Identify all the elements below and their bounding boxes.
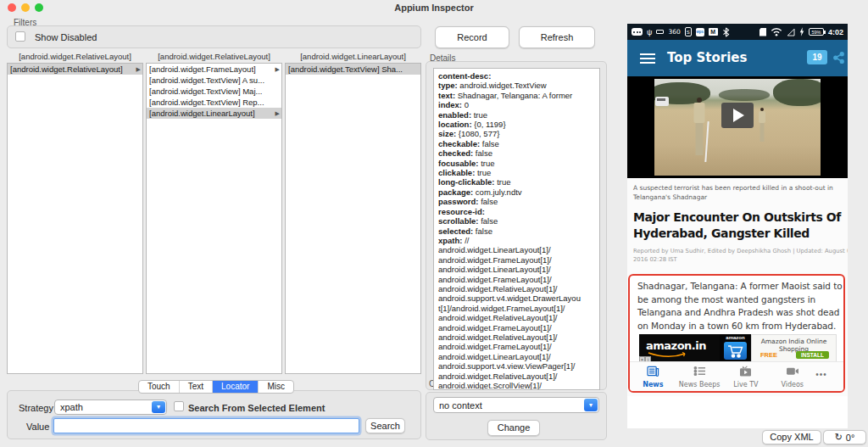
- attribute-name: checked: [438, 148, 476, 158]
- video-thumbnail[interactable]: [627, 76, 848, 178]
- tree-node[interactable]: [android.widget.RelativeLayout] ▶: [8, 64, 142, 75]
- attribute-name: enabled: [438, 110, 474, 120]
- signal-triangle-icon: [787, 28, 795, 36]
- attribute-row: resource-id: [438, 207, 598, 216]
- article-line: on Monday in a town 60 km from Hyderabad…: [637, 320, 843, 333]
- more-tabs-icon[interactable]: •••: [815, 362, 843, 391]
- tree-node[interactable]: [android.widget.TextView] A su... ▶: [147, 75, 281, 86]
- xpath-line: android.widget.RelativeLayout[1]/: [438, 332, 598, 342]
- strategy-label: Strategy: [19, 403, 53, 413]
- tree-node[interactable]: [android.widget.FrameLayout] ▶: [147, 64, 281, 75]
- mobile-data-icon: [656, 30, 664, 34]
- tree-node-label: [android.widget.TextView] Sha...: [288, 64, 403, 74]
- strategy-select[interactable]: xpath ▾: [54, 400, 167, 415]
- tree-node-label: [android.widget.TextView] Maj...: [149, 87, 262, 96]
- window-title: Appium Inspector: [0, 3, 868, 13]
- xpath-line: android.widget.FrameLayout[1]/: [438, 275, 598, 284]
- inspector-tab-label: Touch: [147, 382, 170, 391]
- attribute-row: long-clickabletrue: [438, 177, 598, 187]
- play-button-icon[interactable]: [721, 103, 754, 128]
- attribute-value: false: [476, 226, 492, 236]
- ndtv-tab-bar: News News Beeps Live TV Videos •••: [630, 361, 843, 391]
- show-disabled-checkbox[interactable]: [15, 31, 25, 42]
- attribute-value: {0, 1199}: [474, 120, 505, 129]
- inspector-tab[interactable]: Text: [179, 381, 212, 393]
- device-status-bar: ψ 360 S wps M 59% 4:02: [627, 24, 848, 40]
- tree-node[interactable]: [android.widget.TextView] Sha... ▶: [286, 64, 420, 75]
- xpath-line: android.widget.RelativeLayout[1]/: [438, 284, 598, 293]
- attribute-value: 0: [465, 100, 469, 109]
- refresh-button[interactable]: Refresh: [519, 26, 595, 48]
- xpath-line: t[1]/android.widget.FrameLayout[1]/: [438, 304, 598, 313]
- tree-node[interactable]: [android.widget.TextView] Rep... ▶: [147, 97, 281, 108]
- device-screenshot[interactable]: ψ 360 S wps M 59% 4:02 Top Stories 19: [627, 24, 848, 428]
- attribute-row: clickabletrue: [438, 168, 598, 177]
- install-button[interactable]: INSTALL: [796, 351, 829, 359]
- attribute-value: false: [476, 148, 492, 158]
- selected-element-highlight[interactable]: Shadnagar, Telangana: A former Maoist sa…: [628, 274, 845, 393]
- tree-node-label: [android.widget.RelativeLayout]: [10, 64, 123, 74]
- tab-videos[interactable]: Videos: [769, 362, 815, 391]
- sim-card-icon: [760, 28, 766, 36]
- attribute-name: index: [438, 100, 465, 109]
- record-button[interactable]: Record: [435, 26, 509, 48]
- video-frame: [654, 79, 821, 176]
- search-button[interactable]: Search: [365, 418, 405, 433]
- context-select[interactable]: no context ▾: [433, 397, 599, 413]
- caption-line: A suspected terrorist has been reported …: [633, 183, 848, 193]
- change-context-button[interactable]: Change: [487, 420, 540, 436]
- ad-text-panel: Amazon India Online Shopping FREE INSTAL…: [751, 334, 837, 362]
- inspector-tab[interactable]: Misc: [258, 381, 293, 393]
- tree-node-label: [android.widget.TextView] Rep...: [149, 98, 264, 107]
- byline-line: Reported by Uma Sudhir, Edited by Deepsh…: [633, 248, 848, 256]
- title-bar: Appium Inspector: [0, 0, 868, 15]
- search-from-selected-label: Search From Selected Element: [188, 403, 325, 413]
- tree-node-label: [android.widget.TextView] A su...: [149, 75, 264, 85]
- tab-live-tv[interactable]: Live TV: [723, 362, 770, 391]
- appium-inspector-window: Appium Inspector Filters Show Disabled […: [0, 0, 868, 447]
- appbar-title: Top Stories: [667, 50, 747, 65]
- attribute-name: text: [438, 91, 458, 100]
- app-360-icon: 360: [668, 28, 680, 36]
- tab-news[interactable]: News: [630, 362, 676, 391]
- xpath-line: android.widget.RelativeLayout[1]/: [438, 372, 598, 381]
- attribute-value: Shadnagar, Telangana: A former: [458, 91, 573, 100]
- column3-header: [android.widget.LinearLayout]: [285, 52, 421, 62]
- rotate-device-button[interactable]: ↻ 0°: [823, 430, 866, 444]
- xpath-line: android.support.v4.view.ViewPager[1]/: [438, 361, 598, 371]
- inspector-tab-label: Locator: [221, 382, 249, 391]
- caption-line: Telangana's Shadnagar: [633, 193, 848, 202]
- attribute-value: //: [465, 236, 469, 245]
- locator-value-input[interactable]: [53, 418, 359, 433]
- copy-xml-button[interactable]: Copy XML: [762, 430, 821, 444]
- status-time: 4:02: [828, 28, 843, 36]
- tree-node[interactable]: [android.widget.LinearLayout] ▶: [147, 108, 281, 119]
- inspector-tab[interactable]: Touch: [139, 381, 179, 393]
- share-icon[interactable]: [832, 51, 845, 64]
- inspector-tab[interactable]: Locator: [212, 381, 258, 393]
- expand-arrow-icon: ▶: [275, 108, 280, 119]
- wps-office-icon: wps: [696, 28, 704, 36]
- video-camera-icon: [786, 366, 799, 377]
- attribute-name: package: [438, 187, 476, 197]
- ndtv-app-bar: Top Stories 19: [627, 40, 848, 76]
- xpath-line: android.widget.ScrollView[1]/: [438, 381, 598, 390]
- strategy-selected-value: xpath: [60, 402, 83, 412]
- inspector-tab-label: Text: [188, 382, 203, 391]
- tv-icon: [739, 366, 752, 377]
- usb-icon: ψ: [647, 28, 652, 36]
- filters-groupbox: Show Disabled: [7, 25, 421, 48]
- notification-badge[interactable]: 19: [807, 50, 827, 64]
- amazon-ad-banner[interactable]: amazon.in × i amazon: [639, 334, 837, 362]
- tree-node[interactable]: [android.widget.TextView] Maj... ▶: [147, 86, 281, 97]
- details-attributes-list[interactable]: content-desc typeandroid.widget.TextView…: [433, 68, 600, 390]
- context-selected-value: no context: [439, 400, 482, 411]
- search-from-selected-checkbox[interactable]: [174, 401, 184, 411]
- tab-news-beeps[interactable]: News Beeps: [676, 362, 723, 391]
- cart-icon: [724, 342, 747, 360]
- amazon-brand-small: amazon: [720, 335, 751, 340]
- menu-icon[interactable]: [640, 53, 655, 64]
- chevron-down-icon: ▾: [584, 399, 598, 411]
- tab-label: News Beeps: [676, 381, 723, 388]
- attribute-name: scrollable: [438, 216, 481, 226]
